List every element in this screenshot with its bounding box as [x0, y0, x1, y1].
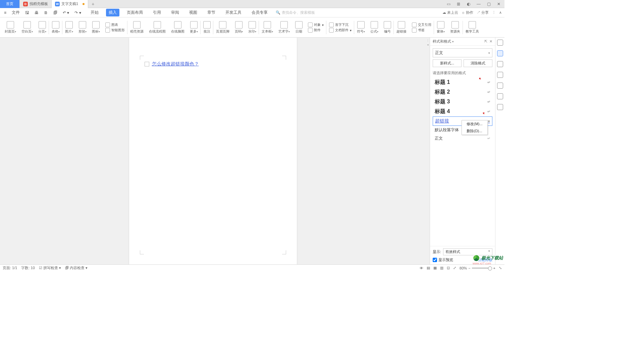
menu-tab-insert[interactable]: 插入 [106, 9, 119, 16]
ribbon-resource[interactable]: 资源夹 [448, 19, 462, 36]
new-tab-button[interactable]: + [88, 1, 98, 7]
sidebar-icon-3[interactable] [497, 61, 503, 67]
close-button[interactable]: ✕ [496, 1, 502, 7]
ribbon-symbol[interactable]: 符号▾ [355, 19, 367, 36]
ribbon-blank[interactable]: 空白页▾ [19, 19, 35, 36]
ctx-modify[interactable]: 修改(M)... [462, 120, 487, 128]
share-button[interactable]: ↗ 分享 [477, 10, 489, 15]
ribbon-crossref[interactable]: 交叉引用 [412, 22, 431, 27]
ribbon-bookmark[interactable]: 书签 [412, 28, 431, 33]
ribbon-table[interactable]: 表格▾ [50, 19, 62, 36]
ribbon-docres[interactable]: 稻壳资源 [128, 19, 146, 36]
pane-icon[interactable]: ▭ [445, 1, 451, 7]
status-view1-icon[interactable]: ▤ [427, 266, 430, 270]
sidebar-icon-4[interactable] [497, 72, 503, 78]
menu-tab-member[interactable]: 会员专享 [249, 9, 270, 16]
status-spell[interactable]: ☑ 拼写检查 ▾ [39, 265, 61, 270]
maximize-button[interactable]: ▢ [486, 1, 492, 7]
gutter-left[interactable]: ◂ [427, 43, 429, 46]
ribbon-wordart[interactable]: 艺术字▾ [276, 19, 292, 36]
style-heading2[interactable]: 标题 2↵ [433, 87, 492, 97]
sidebar-icon-5[interactable] [497, 83, 503, 89]
status-content[interactable]: 🗐 内容检查 ▾ [65, 265, 88, 270]
ribbon-number[interactable]: 编号 [382, 19, 393, 36]
ribbon-cover[interactable]: 封面页▾ [3, 19, 18, 36]
minimize-button[interactable]: — [476, 1, 482, 7]
preview-checkbox[interactable]: 显示预览 [433, 257, 453, 262]
ribbon-chart[interactable]: 图表 [105, 22, 125, 27]
panel-pin-icon[interactable]: ⇱ [484, 39, 487, 44]
ribbon-window[interactable]: 窗体▾ [435, 19, 447, 36]
coop-button[interactable]: ☼ 协作 [462, 10, 473, 15]
grid-icon[interactable]: ⊞ [455, 1, 462, 7]
sidebar-icon-7[interactable] [497, 104, 503, 110]
menu-tab-start[interactable]: 开始 [88, 9, 101, 16]
search-box[interactable]: 🔍 查找命令、搜索模板 [276, 10, 315, 15]
hamburger-icon[interactable]: ≡ [3, 10, 8, 16]
style-body[interactable]: 正文↵ [433, 134, 492, 143]
menu-more-icon[interactable]: ⋮ [492, 10, 496, 15]
menu-tab-chapter[interactable]: 章节 [205, 9, 218, 16]
style-heading3[interactable]: 标题 3↵ [433, 97, 492, 107]
menu-tab-reference[interactable]: 引用 [150, 9, 164, 16]
zoom-control[interactable]: 80% − + [460, 266, 495, 270]
clear-format-button[interactable]: 清除格式 [464, 59, 492, 67]
ribbon-pagebreak[interactable]: 分页▾ [36, 19, 48, 36]
ribbon-object[interactable]: 对象▾ [308, 22, 324, 27]
sidebar-icon-6[interactable] [497, 93, 503, 99]
zoom-in[interactable]: + [493, 266, 495, 270]
status-expand-icon[interactable]: ⤡ [499, 266, 502, 270]
panel-close-icon[interactable]: ✕ [489, 39, 492, 44]
undo-button[interactable]: ↶ ▾ [61, 10, 70, 16]
tab-document[interactable]: W 文字文稿1 [52, 0, 88, 8]
menu-tab-layout[interactable]: 页面布局 [124, 9, 146, 16]
new-style-button[interactable]: 新样式... [433, 59, 462, 67]
sidebar-icon-1[interactable] [497, 40, 503, 46]
ribbon-firstdrop[interactable]: 首字下沉 [329, 22, 352, 27]
dropdown-icon[interactable]: ▾ [488, 119, 490, 123]
ribbon-hyperlink[interactable]: 超链接 [394, 19, 409, 36]
ribbon-smartart[interactable]: 智能图形 [105, 28, 125, 33]
document-area[interactable]: 怎么修改超链接颜色？ [0, 38, 426, 264]
tab-home[interactable]: 首页 [0, 0, 20, 8]
ribbon-shape[interactable]: 形状▾ [76, 19, 89, 36]
current-style-select[interactable]: 正文 ▾ [433, 48, 492, 57]
ribbon-comment[interactable]: 批注 [201, 19, 213, 36]
preview-icon[interactable]: 🗎 [43, 10, 49, 16]
print-icon[interactable]: 🖶 [33, 10, 40, 16]
ribbon-docpart[interactable]: 文档部件▾ [329, 28, 352, 33]
status-words[interactable]: 字数: 10 [21, 265, 35, 270]
ribbon-attach[interactable]: 附件 [308, 28, 324, 33]
ctx-delete[interactable]: 删除(D)... [462, 128, 487, 135]
redo-button[interactable]: ↷ ▾ [73, 10, 82, 16]
ribbon-textbox[interactable]: 文本框▾ [260, 19, 275, 36]
ribbon-teaching[interactable]: 教学工具 [464, 19, 481, 36]
status-view2-icon[interactable]: ▦ [433, 266, 437, 270]
ribbon-more[interactable]: 更多▾ [188, 19, 200, 36]
cloud-status[interactable]: ☁ 未上云 [442, 10, 458, 15]
menu-tab-review[interactable]: 审阅 [168, 9, 182, 16]
sidebar-icon-style[interactable] [497, 50, 503, 56]
status-eye-icon[interactable]: 👁 [420, 266, 423, 270]
user-icon[interactable]: ◐ [466, 1, 472, 7]
ribbon-date[interactable]: 日期 [293, 19, 305, 36]
status-fit-icon[interactable]: ⤢ [453, 266, 456, 270]
status-view3-icon[interactable]: ▥ [440, 266, 443, 270]
menu-tab-view[interactable]: 视图 [186, 9, 200, 16]
ribbon-formula[interactable]: 公式▾ [368, 19, 380, 36]
status-page[interactable]: 页面: 1/1 [3, 265, 17, 270]
ribbon-watermark[interactable]: 水印▾ [246, 19, 258, 36]
ribbon-flowchart[interactable]: 在线流程图 [147, 19, 168, 36]
ribbon-iconlib[interactable]: 图标▾ [90, 19, 102, 36]
export-icon[interactable]: 🗐 [52, 10, 59, 16]
menu-collapse-icon[interactable]: ∧ [499, 10, 502, 15]
ribbon-mindmap[interactable]: 在线脑图 [169, 19, 186, 36]
zoom-slider[interactable] [472, 267, 492, 269]
hyperlink-text[interactable]: 怎么修改超链接颜色？ [152, 61, 199, 67]
tab-template[interactable]: D 找稻壳模板 [20, 0, 52, 8]
menu-tab-dev[interactable]: 开发工具 [223, 9, 244, 16]
ribbon-pagenum[interactable]: 页码▾ [233, 19, 245, 36]
zoom-out[interactable]: − [468, 266, 470, 270]
ribbon-picture[interactable]: 图片▾ [63, 19, 75, 36]
ribbon-headerfooter[interactable]: 页眉页脚 [214, 19, 231, 36]
